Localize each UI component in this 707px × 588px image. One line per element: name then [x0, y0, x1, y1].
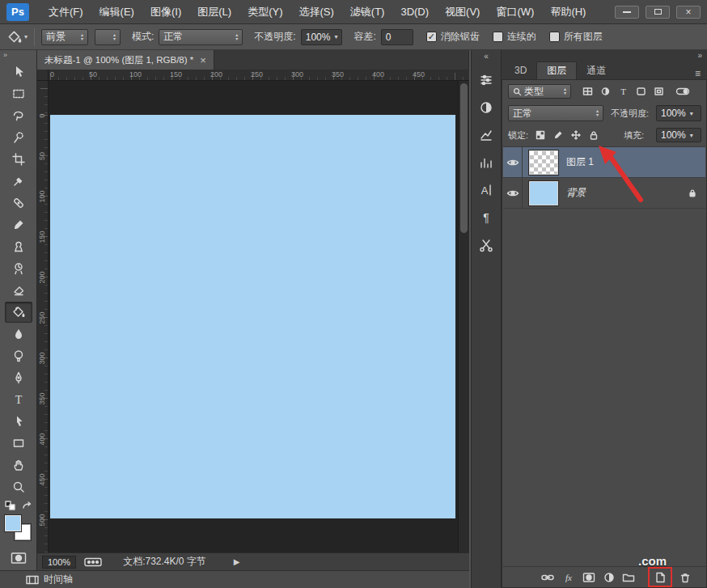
close-button[interactable]: × — [676, 6, 701, 19]
maximize-icon — [654, 9, 662, 15]
tab-3d[interactable]: 3D — [505, 61, 536, 79]
menu-select[interactable]: 选择(S) — [290, 0, 341, 24]
lock-pixels-icon[interactable] — [551, 129, 565, 142]
adjustment-layer-button[interactable] — [602, 570, 616, 585]
layer-row-background[interactable]: 背景 — [503, 178, 705, 209]
filter-adjustment-icon[interactable] — [599, 86, 612, 97]
history-brush-tool[interactable] — [5, 258, 32, 279]
minimize-button[interactable] — [615, 6, 639, 19]
contiguous-checkbox[interactable] — [493, 32, 503, 42]
menu-type[interactable]: 类型(Y) — [239, 0, 290, 24]
filter-shape-icon[interactable] — [635, 86, 647, 97]
quick-mask-button[interactable] — [5, 548, 32, 569]
tab-channels[interactable]: 通道 — [577, 61, 616, 79]
character-panel-button[interactable]: A — [475, 180, 497, 201]
swap-colors-icon[interactable] — [21, 501, 32, 510]
link-layers-button[interactable] — [540, 570, 555, 585]
eraser-tool[interactable] — [5, 280, 32, 301]
lock-transparency-icon[interactable] — [533, 129, 548, 142]
panel-menu-icon[interactable]: ≡ — [695, 68, 701, 79]
layer-name[interactable]: 背景 — [566, 186, 586, 200]
dodge-tool[interactable] — [5, 345, 32, 366]
svg-text:fx: fx — [565, 573, 572, 582]
brush-tool[interactable] — [5, 214, 32, 235]
visibility-toggle[interactable] — [503, 147, 523, 178]
blend-mode-dropdown[interactable]: 正常 ▴▾ — [159, 29, 243, 45]
dock-expand-icon[interactable]: « — [472, 50, 501, 63]
lock-all-icon[interactable] — [586, 129, 601, 142]
paint-bucket-tool[interactable] — [5, 302, 32, 323]
add-layer-mask-button[interactable] — [582, 570, 596, 585]
eyedropper-tool[interactable] — [5, 171, 32, 192]
layer-row-layer1[interactable]: 图层 1 — [503, 147, 705, 178]
clone-stamp-tool[interactable] — [5, 236, 32, 257]
type-tool[interactable]: T — [5, 389, 32, 410]
scrollbar-thumb[interactable] — [460, 83, 468, 233]
tab-layers[interactable]: 图层 — [536, 61, 577, 79]
spot-healing-brush-tool[interactable] — [5, 192, 32, 214]
zoom-tool[interactable] — [5, 476, 32, 497]
opacity-field[interactable]: 100%▾ — [301, 29, 343, 45]
vertical-scrollbar[interactable] — [458, 81, 469, 552]
properties-panel-button[interactable] — [475, 70, 497, 91]
all-layers-checkbox[interactable] — [549, 32, 560, 42]
paragraph-panel-button[interactable]: ¶ — [475, 207, 497, 228]
rectangular-marquee-tool[interactable] — [5, 83, 32, 104]
hand-tool[interactable] — [5, 455, 32, 476]
rectangle-shape-tool[interactable] — [5, 433, 32, 454]
fill-source-dropdown[interactable]: 前景 ▴▾ — [41, 29, 88, 45]
menu-view[interactable]: 视图(V) — [437, 0, 488, 24]
dock-collapse-icon[interactable]: » — [697, 50, 702, 61]
pattern-picker-dropdown[interactable]: ▴▾ — [95, 29, 121, 45]
foreground-color-swatch[interactable] — [5, 515, 21, 531]
visibility-toggle[interactable] — [503, 178, 523, 209]
timeline-tab-label[interactable]: 时间轴 — [44, 573, 73, 586]
info-panel-button[interactable] — [475, 125, 497, 146]
histogram-panel-button[interactable] — [475, 152, 497, 173]
tab-close-icon[interactable]: × — [200, 54, 206, 66]
filter-toggle-icon[interactable] — [675, 86, 690, 97]
layer-thumbnail[interactable] — [529, 150, 558, 175]
layer-filter-dropdown[interactable]: 类型 ▴▾ — [508, 84, 571, 99]
path-selection-tool[interactable] — [5, 411, 32, 432]
menu-3d[interactable]: 3D(D) — [392, 0, 437, 24]
menu-file[interactable]: 文件(F) — [40, 0, 91, 24]
document-tab[interactable]: 未标题-1 @ 100% (图层 1, RGB/8) * × — [37, 50, 214, 70]
new-group-button[interactable] — [621, 570, 636, 585]
filter-type-icon[interactable]: T — [617, 86, 629, 97]
adjustments-panel-button[interactable] — [475, 97, 497, 118]
crop-tool[interactable] — [5, 149, 32, 170]
tolerance-field[interactable]: 0 — [381, 29, 413, 45]
layer-style-button[interactable]: fx — [561, 570, 576, 585]
toolbar-collapse-icon[interactable]: » — [0, 50, 36, 61]
filter-smart-object-icon[interactable] — [653, 86, 665, 97]
move-tool[interactable] — [5, 61, 32, 82]
quick-selection-tool[interactable] — [5, 127, 32, 148]
blur-tool[interactable] — [5, 324, 32, 345]
tool-preset-arrow-icon[interactable]: ▾ — [24, 33, 28, 40]
menu-image[interactable]: 图像(I) — [142, 0, 189, 24]
lock-position-icon[interactable] — [569, 129, 583, 142]
menu-layer[interactable]: 图层(L) — [189, 0, 239, 24]
layer-name[interactable]: 图层 1 — [566, 155, 594, 169]
status-menu-arrow-icon[interactable]: ▶ — [234, 557, 240, 566]
filter-pixel-icon[interactable] — [582, 86, 594, 97]
paint-bucket-tool-preview-icon[interactable] — [6, 29, 23, 45]
menu-edit[interactable]: 编辑(E) — [91, 0, 142, 24]
layer-blend-mode-dropdown[interactable]: 正常 ▴▾ — [508, 105, 603, 121]
tool-presets-panel-button[interactable] — [475, 235, 497, 256]
layer-fill-field[interactable]: 100%▾ — [656, 128, 701, 142]
antialias-checkbox[interactable]: ✓ — [426, 32, 437, 42]
document-canvas[interactable] — [50, 115, 455, 518]
layer-thumbnail[interactable] — [529, 181, 558, 205]
menu-filter[interactable]: 滤镜(T) — [342, 0, 393, 24]
pen-tool[interactable] — [5, 367, 32, 388]
menu-window[interactable]: 窗口(W) — [488, 0, 542, 24]
menu-help[interactable]: 帮助(H) — [542, 0, 594, 24]
lasso-tool[interactable] — [5, 105, 32, 126]
delete-layer-button[interactable] — [678, 570, 692, 585]
maximize-button[interactable] — [646, 6, 670, 19]
default-colors-icon[interactable] — [5, 501, 16, 510]
zoom-level-field[interactable]: 100% — [42, 556, 76, 569]
layer-opacity-field[interactable]: 100%▾ — [656, 105, 701, 121]
